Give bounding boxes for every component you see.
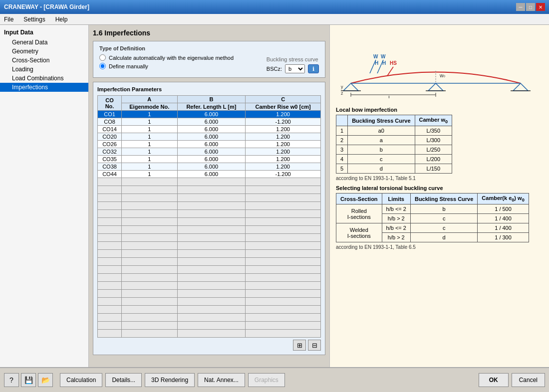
menu-bar: File Settings Help: [0, 14, 549, 25]
table-row[interactable]: CO3216.0001.200: [98, 148, 321, 156]
table-icon-btn-2[interactable]: ⊟: [308, 340, 321, 351]
params-title: Imperfection Parameters: [97, 86, 321, 92]
lateral-title: Selecting lateral torsional buckling cur…: [336, 185, 543, 191]
lat-col-bsc: Buckling Stress Curve: [410, 194, 477, 204]
table-row-empty: [98, 322, 321, 330]
svg-text:y: y: [341, 84, 343, 89]
table-row-empty: [98, 330, 321, 338]
sidebar-item-loading[interactable]: Loading: [0, 65, 88, 74]
sidebar-item-cross-section[interactable]: Cross-Section: [0, 56, 88, 65]
maximize-button[interactable]: □: [526, 3, 535, 11]
table-row[interactable]: CO3816.0001.200: [98, 163, 321, 171]
bow-title: Local bow imperfection: [336, 107, 543, 113]
svg-text:HS: HS: [390, 60, 397, 66]
close-button[interactable]: ✕: [536, 3, 545, 11]
details-button[interactable]: Details...: [105, 373, 142, 387]
bow-col-num: [336, 115, 348, 126]
bsc-label: Buckling stress curve: [267, 56, 319, 62]
table-row-empty: [98, 186, 321, 194]
save-icon-btn[interactable]: 💾: [21, 373, 36, 387]
table-icon-row: ⊞ ⊟: [97, 340, 321, 351]
sidebar-item-load-combinations[interactable]: Load Combinations: [0, 74, 88, 83]
sidebar-item-geometry[interactable]: Geometry: [0, 47, 88, 56]
bsc-select[interactable]: b a0 a c d: [285, 64, 305, 73]
cancel-button[interactable]: Cancel: [512, 373, 545, 387]
graphics-button[interactable]: Graphics: [248, 373, 285, 387]
sidebar-item-input-data[interactable]: Input Data: [0, 27, 88, 38]
lat-col-camber: Camber(k e0) w0: [478, 194, 529, 204]
right-panel: L w₀ W W H H HS y z: [329, 25, 549, 367]
nat-annex-button[interactable]: Nat. Annex...: [198, 373, 245, 387]
radio-manual[interactable]: [99, 63, 106, 69]
window-controls: ─ □ ✕: [516, 3, 545, 11]
table-row-empty: [98, 194, 321, 202]
definition-box: Type of Definition Calculate automatical…: [93, 41, 325, 78]
table-row-empty: [98, 178, 321, 186]
svg-line-20: [387, 67, 393, 76]
menu-help[interactable]: Help: [53, 15, 70, 23]
lateral-table-row: RolledI-sectionsh/b <= 2b1 / 500: [336, 204, 529, 214]
table-row-empty: [98, 234, 321, 242]
table-row[interactable]: CO4416.000-1.200: [98, 171, 321, 178]
table-row-empty: [98, 306, 321, 314]
lat-col-limits: Limits: [382, 194, 410, 204]
table-row-empty: [98, 290, 321, 298]
info-button[interactable]: ℹ: [308, 64, 319, 73]
bow-table-row: 3bL/250: [336, 145, 452, 155]
lateral-note: according to EN 1993-1-1, Table 6.5: [336, 244, 543, 250]
radio-row-auto: Calculate automatically with the eigenva…: [99, 54, 234, 61]
svg-marker-1: [428, 83, 443, 91]
help-icon-btn[interactable]: ?: [4, 373, 19, 387]
table-row[interactable]: CO3516.0001.200: [98, 156, 321, 163]
bsc-select-label: BSCz:: [267, 66, 282, 72]
sidebar-item-imperfections[interactable]: Imperfections: [0, 83, 88, 92]
radio-auto[interactable]: [99, 54, 106, 61]
bow-table-row: 1a0L/350: [336, 126, 452, 136]
svg-line-18: [370, 60, 376, 73]
col-c-header: C: [246, 96, 321, 103]
col-co-no: CONo.: [98, 96, 122, 111]
calculation-button[interactable]: Calculation: [60, 373, 102, 387]
table-row-empty: [98, 282, 321, 290]
rendering-button[interactable]: 3D Rendering: [145, 373, 195, 387]
svg-text:z: z: [341, 91, 343, 96]
menu-settings[interactable]: Settings: [21, 15, 47, 23]
table-row-empty: [98, 298, 321, 306]
table-row-empty: [98, 274, 321, 282]
table-row[interactable]: CO2016.0001.200: [98, 133, 321, 141]
menu-file[interactable]: File: [2, 15, 15, 23]
table-row[interactable]: CO116.0001.200: [98, 111, 321, 118]
svg-text:w₀: w₀: [439, 73, 445, 78]
table-row-empty: [98, 250, 321, 258]
bottom-left-icons: ? 💾 📂: [4, 373, 53, 387]
minimize-button[interactable]: ─: [516, 3, 525, 11]
table-row-empty: [98, 226, 321, 234]
lateral-table-row: WeldedI-sectionsh/b <= 2c1 / 400: [336, 223, 529, 233]
table-row-empty: [98, 202, 321, 210]
table-row[interactable]: CO1416.0001.200: [98, 126, 321, 133]
svg-text:L: L: [388, 95, 391, 98]
bow-table: Buckling Stress Curve Camber w0 1a0L/350…: [336, 115, 452, 174]
col-b-header: B: [177, 96, 246, 103]
col-a-header: A: [122, 96, 178, 103]
bow-table-row: 5dL/150: [336, 164, 452, 174]
bsc-row: BSCz: b a0 a c d ℹ: [267, 64, 319, 73]
svg-marker-0: [343, 83, 358, 91]
table-icon-btn-1[interactable]: ⊞: [293, 340, 306, 351]
content-area: 1.6 Imperfections Type of Definition Cal…: [89, 25, 549, 367]
bow-col-camber: Camber w0: [415, 115, 452, 126]
col-camber: Camber Rise w0 [cm]: [246, 103, 321, 111]
definition-box-title: Type of Definition: [99, 45, 319, 51]
radio-auto-label: Calculate automatically with the eigenva…: [109, 55, 234, 61]
panel-title: 1.6 Imperfections: [93, 29, 325, 37]
open-icon-btn[interactable]: 📂: [38, 373, 53, 387]
sidebar-item-general-data[interactable]: General Data: [0, 38, 88, 47]
radio-manual-label: Define manually: [109, 63, 148, 69]
lat-col-section: Cross-Section: [336, 194, 382, 204]
table-row[interactable]: CO816.000-1.200: [98, 118, 321, 126]
bow-table-row: 2aL/300: [336, 136, 452, 145]
imperfection-table: CONo. A B C Eigenmode No. Refer. Length …: [97, 95, 321, 338]
ok-button[interactable]: OK: [479, 373, 509, 387]
table-row[interactable]: CO2616.0001.200: [98, 141, 321, 148]
radio-row-manual: Define manually: [99, 63, 234, 69]
